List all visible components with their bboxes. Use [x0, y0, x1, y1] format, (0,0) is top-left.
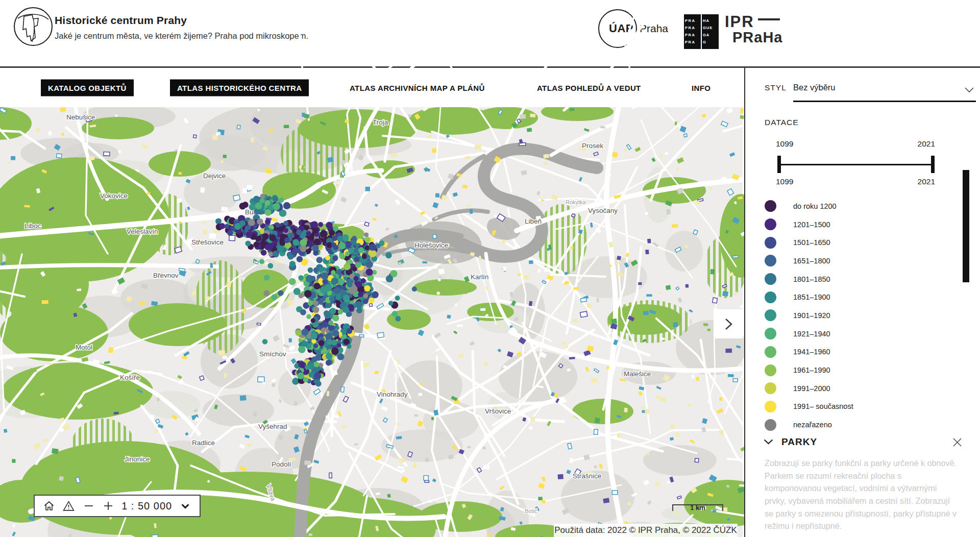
legend-item-9: 1961–1990 — [765, 361, 969, 379]
legend-color-dot — [765, 218, 776, 230]
svg-text:Botič: Botič — [525, 508, 537, 514]
style-label: STYL — [765, 83, 787, 92]
style-dropdown[interactable]: Bez výběru — [793, 83, 836, 92]
svg-text:Vinohrady: Vinohrady — [377, 390, 408, 398]
svg-text:Vysočany: Vysočany — [588, 207, 618, 214]
nav-tab-2[interactable]: ATLAS ARCHIVNÍCH MAP A PLÁNŮ — [350, 83, 485, 92]
slider-max-value: 2021 — [918, 177, 935, 186]
legend-label: 1801–1850 — [793, 275, 830, 283]
svg-text:Košíře: Košíře — [120, 374, 140, 381]
main-nav: KATALOG OBJEKTŮATLAS HISTORICKÉHO CENTRA… — [0, 68, 744, 107]
svg-text:Radlice: Radlice — [192, 439, 215, 447]
legend-label: 1941–1960 — [793, 348, 830, 356]
praha-city-logo: PRAPRAPRAPRA HAGUEGAG — [684, 14, 719, 49]
praha-logo-col1: PRAPRAPRAPRA — [684, 14, 701, 49]
legend-label: 1851–1900 — [793, 293, 830, 301]
legend-label: do roku 1200 — [793, 202, 837, 210]
svg-text:Prosek: Prosek — [582, 142, 603, 150]
map-basemap[interactable]: NebušiceTrojaProsekVokoviceLibocVeleslav… — [0, 107, 743, 537]
slider-bottom-labels: 1099 2021 — [776, 177, 935, 186]
legend-color-dot — [765, 309, 776, 321]
legend-color-dot — [765, 237, 776, 249]
svg-text:Břevnov: Břevnov — [153, 272, 179, 279]
nav-tab-4[interactable]: INFO — [692, 83, 710, 92]
sidebar-scrollbar[interactable] — [963, 170, 969, 282]
legend-item-6: 1901–1920 — [765, 306, 969, 325]
map-toolbar: 1 : 50 000 — [34, 495, 201, 517]
chevron-down-icon[interactable] — [965, 85, 974, 94]
parky-description: Zobrazují se parky funkční a parky určen… — [765, 457, 960, 532]
svg-text:Jinonice: Jinonice — [125, 455, 150, 463]
app-window: Historické centrum Prahy Jaké je centrum… — [0, 0, 980, 537]
chevron-down-icon[interactable] — [764, 437, 773, 447]
legend-color-dot — [765, 273, 776, 285]
legend-color-dot — [765, 346, 776, 358]
site-logo-icon — [14, 7, 53, 46]
parky-section-header: PARKY — [764, 436, 963, 448]
legend-label: 1991–2000 — [793, 384, 830, 393]
legend-color-dot — [765, 291, 776, 303]
legend-color-dot — [765, 364, 776, 376]
close-icon[interactable] — [952, 437, 963, 448]
map-canvas[interactable]: NebušiceTrojaProsekVokoviceLibocVeleslav… — [0, 107, 743, 537]
sidebar: STYL Bez výběru DATACE 1099 2021 1099 20… — [744, 68, 980, 537]
warning-icon[interactable] — [62, 499, 76, 512]
legend-item-1: 1201–1500 — [765, 215, 969, 234]
nav-tab-3[interactable]: ATLAS POHLEDŮ A VEDUT — [537, 83, 641, 92]
svg-text:Libeň: Libeň — [525, 217, 542, 225]
svg-text:Vokovice: Vokovice — [100, 192, 128, 200]
nav-tab-0[interactable]: KATALOG OBJEKTŮ — [41, 79, 134, 96]
slider-min-value: 1099 — [776, 177, 793, 186]
slider-handle-min[interactable] — [777, 156, 781, 173]
svg-text:Troja: Troja — [373, 118, 388, 126]
legend-color-dot — [765, 401, 776, 412]
zoom-in-icon[interactable] — [102, 499, 115, 512]
slider-handle-max[interactable] — [931, 156, 935, 173]
legend-item-4: 1801–1850 — [765, 270, 969, 288]
date-range-slider[interactable] — [779, 156, 933, 174]
legend-color-dot — [765, 328, 776, 339]
header: Historické centrum Prahy Jaké je centrum… — [0, 0, 980, 66]
date-legend: do roku 12001201–15001501–16501651–18001… — [765, 197, 969, 434]
legend-color-dot — [765, 419, 776, 431]
scalebar-label: 1 km — [673, 504, 722, 511]
style-dropdown-underline — [793, 101, 976, 102]
expand-panel-button[interactable] — [714, 309, 743, 338]
zoom-out-icon[interactable] — [82, 499, 95, 512]
svg-text:Holešovice: Holešovice — [414, 241, 448, 249]
legend-color-dot — [765, 200, 776, 212]
svg-text:Nebušice: Nebušice — [66, 113, 95, 121]
ipr-logo-dash — [758, 18, 780, 20]
ipr-logo-line2: PRaHa — [732, 30, 780, 45]
chevron-down-icon[interactable] — [179, 499, 192, 512]
map-scale-value[interactable]: 1 : 50 000 — [121, 500, 172, 512]
ipr-logo-line1: IPR — [725, 15, 754, 29]
slider-max-label: 2021 — [918, 139, 935, 149]
legend-item-0: do roku 1200 — [765, 197, 969, 215]
home-icon[interactable] — [42, 499, 56, 512]
svg-text:Motol: Motol — [76, 344, 92, 351]
legend-item-11: 1991– současnost — [765, 398, 969, 416]
map-scalebar: 1 km — [672, 504, 723, 511]
legend-label: 1651–1800 — [793, 257, 830, 265]
legend-label: 1921–1940 — [793, 330, 830, 338]
page-title-block: Historické centrum Prahy Jaké je centrum… — [55, 14, 308, 41]
svg-text:Malešice: Malešice — [624, 370, 651, 378]
legend-item-3: 1651–1800 — [765, 252, 969, 270]
page-subtitle: Jaké je centrum města, ve kterém žijeme?… — [55, 31, 308, 41]
slider-min-label: 1099 — [776, 139, 793, 149]
svg-text:Rokytka: Rokytka — [566, 199, 586, 205]
legend-item-12: nezařazeno — [765, 416, 969, 434]
svg-text:Strašnice: Strašnice — [573, 472, 601, 480]
legend-label: 1501–1650 — [793, 238, 830, 247]
svg-text:Podolí: Podolí — [272, 460, 291, 468]
legend-label: nezařazeno — [793, 421, 832, 429]
praha-logo-col2: HAGUEGAG — [702, 14, 719, 49]
svg-text:Smíchov: Smíchov — [259, 350, 286, 358]
legend-label: 1961–1990 — [793, 366, 830, 374]
legend-item-5: 1851–1900 — [765, 288, 969, 306]
svg-text:Karlín: Karlín — [471, 273, 488, 281]
svg-text:Vyšehrad: Vyšehrad — [258, 423, 287, 430]
ipr-praha-logo: IPR PRaHa — [725, 15, 780, 45]
nav-tab-1[interactable]: ATLAS HISTORICKÉHO CENTRA — [170, 79, 309, 96]
